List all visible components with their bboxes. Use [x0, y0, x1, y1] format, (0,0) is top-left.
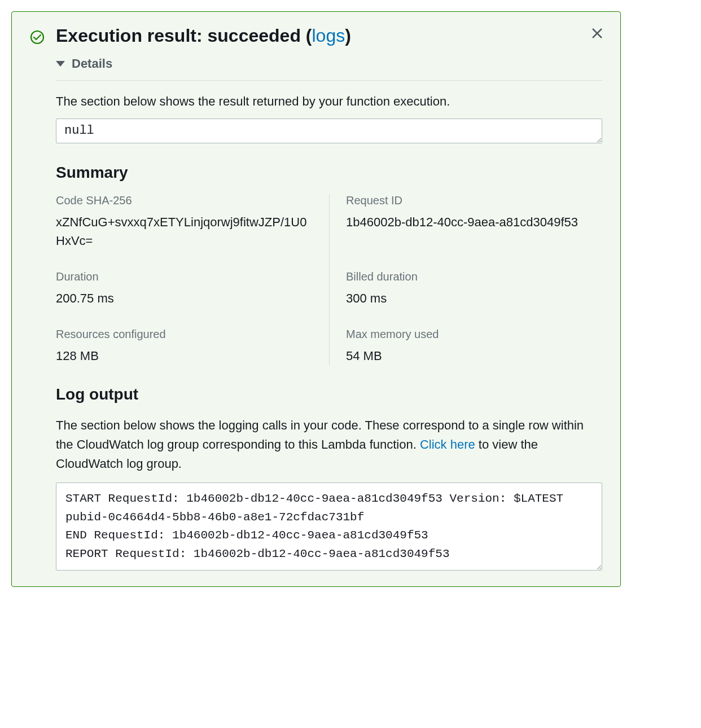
summary-item-resources: Resources configured 128 MB — [56, 328, 329, 365]
summary-item-code-sha: Code SHA-256 xZNfCuG+svxxq7xETYLinjqorwj… — [56, 194, 329, 250]
summary-value: 200.75 ms — [56, 289, 312, 308]
svg-point-2 — [31, 31, 43, 43]
summary-value: xZNfCuG+svxxq7xETYLinjqorwj9fitwJZP/1U0H… — [56, 213, 312, 250]
summary-item-max-memory: Max memory used 54 MB — [329, 328, 602, 365]
summary-label: Code SHA-256 — [56, 194, 312, 207]
summary-value: 1b46002b-db12-40cc-9aea-a81cd3049f53 — [346, 213, 602, 231]
summary-item-request-id: Request ID 1b46002b-db12-40cc-9aea-a81cd… — [329, 194, 602, 250]
execution-result-panel: Execution result: succeeded (logs) Detai… — [11, 11, 621, 587]
log-output-box[interactable]: START RequestId: 1b46002b-db12-40cc-9aea… — [56, 483, 602, 571]
summary-item-billed-duration: Billed duration 300 ms — [329, 270, 602, 308]
summary-label: Request ID — [346, 194, 602, 207]
log-description: The section below shows the logging call… — [56, 416, 602, 473]
execution-result-title: Execution result: succeeded (logs) — [56, 25, 351, 46]
summary-item-duration: Duration 200.75 ms — [56, 270, 329, 308]
summary-label: Duration — [56, 270, 312, 283]
log-output-title: Log output — [56, 385, 602, 404]
caret-down-icon — [56, 61, 65, 67]
summary-label: Max memory used — [346, 328, 602, 341]
summary-label: Resources configured — [56, 328, 312, 341]
summary-value: 54 MB — [346, 347, 602, 365]
details-label: Details — [72, 56, 112, 71]
summary-value: 300 ms — [346, 289, 602, 308]
summary-grid: Code SHA-256 xZNfCuG+svxxq7xETYLinjqorwj… — [56, 194, 602, 365]
details-toggle[interactable]: Details — [56, 56, 602, 81]
logs-link[interactable]: logs — [312, 25, 345, 46]
success-check-icon — [30, 30, 45, 45]
summary-label: Billed duration — [346, 270, 602, 283]
result-description: The section below shows the result retur… — [56, 93, 602, 111]
title-suffix: ) — [345, 25, 351, 46]
title-prefix: Execution result: succeeded ( — [56, 25, 312, 46]
summary-value: 128 MB — [56, 347, 312, 365]
close-icon — [591, 27, 603, 40]
cloudwatch-link[interactable]: Click here — [420, 437, 475, 451]
summary-title: Summary — [56, 164, 602, 182]
result-output[interactable]: null — [56, 119, 602, 143]
summary-divider — [329, 194, 330, 365]
close-button[interactable] — [589, 24, 606, 45]
